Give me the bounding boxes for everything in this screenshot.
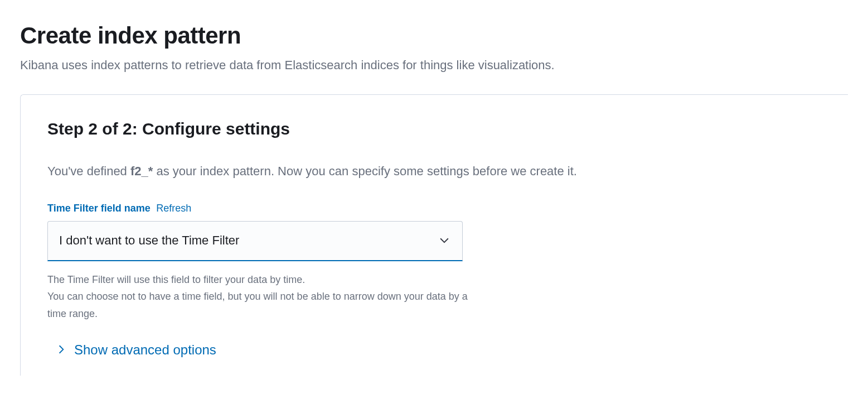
step-panel: Step 2 of 2: Configure settings You've d… <box>20 94 848 376</box>
show-advanced-options-toggle[interactable]: Show advanced options <box>47 342 821 358</box>
time-filter-select-wrapper: I don't want to use the Time Filter <box>47 221 463 261</box>
time-filter-selected-value: I don't want to use the Time Filter <box>59 233 239 248</box>
time-filter-label-row: Time Filter field name Refresh <box>47 203 821 214</box>
step-title: Step 2 of 2: Configure settings <box>47 119 821 138</box>
page-title: Create index pattern <box>20 22 848 49</box>
step-description-prefix: You've defined <box>47 164 130 178</box>
advanced-toggle-label: Show advanced options <box>74 342 216 358</box>
chevron-right-icon <box>56 342 66 358</box>
help-line-2: You can choose not to have a time field,… <box>47 291 468 319</box>
time-filter-field-label: Time Filter field name <box>47 203 151 214</box>
refresh-link[interactable]: Refresh <box>156 203 191 214</box>
page-subtitle: Kibana uses index patterns to retrieve d… <box>20 57 848 74</box>
time-filter-help-text: The Time Filter will use this field to f… <box>47 271 471 323</box>
step-description-suffix: as your index pattern. Now you can speci… <box>153 164 577 178</box>
step-description: You've defined f2_* as your index patter… <box>47 163 821 180</box>
index-pattern-name: f2_* <box>130 164 153 178</box>
help-line-1: The Time Filter will use this field to f… <box>47 274 305 285</box>
time-filter-select[interactable]: I don't want to use the Time Filter <box>47 221 463 261</box>
